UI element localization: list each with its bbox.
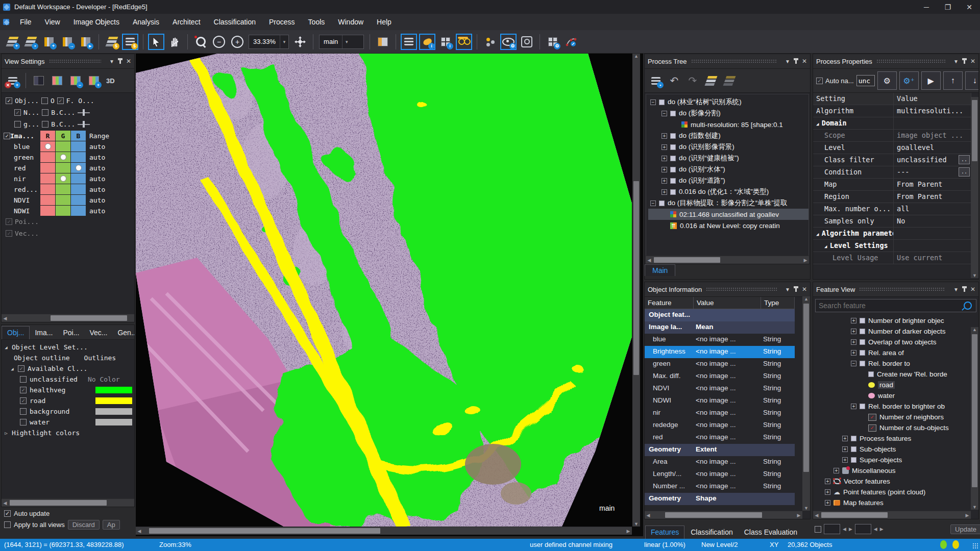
setting-name[interactable]: Samples only	[813, 215, 894, 228]
close-icon[interactable]: ✕	[126, 58, 131, 65]
layer-name[interactable]: green	[2, 152, 40, 162]
scrollbar-thumb[interactable]	[665, 512, 762, 518]
scroll-right-icon[interactable]: ▶	[625, 529, 632, 534]
expander-icon[interactable]: ◢	[816, 121, 822, 127]
setting-name[interactable]: Map	[813, 179, 894, 191]
tab-vec[interactable]: Vec...	[84, 327, 112, 339]
import-scene-icon[interactable]: →	[59, 34, 76, 50]
setting-value[interactable]: unclassified..	[894, 154, 971, 166]
tab-classification[interactable]: Classification	[685, 526, 738, 539]
menu-view[interactable]: View	[38, 18, 67, 26]
process-node[interactable]: +do (识别“道路”)	[648, 175, 808, 186]
scroll-left-icon[interactable]: ◀	[645, 513, 652, 518]
menu-file[interactable]: File	[13, 18, 38, 26]
scroll-left-icon[interactable]: ◀	[646, 258, 653, 263]
pin-icon[interactable]	[964, 59, 965, 64]
available-classes-checkbox[interactable]: ✓	[18, 365, 24, 372]
feature-node[interactable]: −Rel. border to	[813, 358, 978, 369]
scroll-left-icon[interactable]: ◀	[136, 529, 143, 534]
transparency-slider[interactable]	[78, 109, 90, 116]
show-classification-icon[interactable]: i	[419, 34, 435, 50]
range-toggle-checkbox[interactable]	[815, 526, 821, 533]
feature-type[interactable]: String	[761, 334, 795, 346]
channel-cell-g[interactable]	[56, 141, 70, 152]
edit-layer-mixing-icon[interactable]: +✕	[5, 72, 21, 89]
setting-value[interactable]: ---..	[894, 166, 971, 179]
channel-cell-b[interactable]	[71, 163, 86, 173]
expand-icon[interactable]: +	[851, 350, 856, 356]
auto-name-checkbox[interactable]: ✓	[816, 78, 823, 84]
select-cursor-icon[interactable]	[148, 34, 164, 50]
restore-icon[interactable]: ❐	[937, 1, 959, 14]
scrollbar-thumb[interactable]	[821, 512, 888, 518]
process-node[interactable]: −do (目标物提取：影像分割之“单株”提取	[648, 197, 808, 209]
drag-hatch[interactable]	[691, 59, 777, 63]
level-tree-row[interactable]: background	[4, 406, 134, 417]
redo-icon[interactable]: ↷	[684, 72, 701, 89]
undo-icon[interactable]: ↶	[666, 72, 682, 89]
scrollbar-thumb[interactable]	[972, 334, 977, 487]
expand-icon[interactable]: +	[825, 479, 830, 484]
column-header-value[interactable]: Value	[694, 297, 761, 309]
feature-name[interactable]: nir	[645, 407, 694, 419]
vertical-scrollbar[interactable]: ▼	[971, 97, 978, 278]
expand-icon[interactable]: +	[825, 489, 830, 495]
scroll-right-icon[interactable]: ▶	[964, 513, 971, 518]
scroll-down-icon[interactable]: ▼	[971, 273, 978, 278]
feature-type[interactable]: String	[761, 481, 795, 493]
horizontal-scrollbar[interactable]: ◀ ▶	[646, 256, 809, 264]
close-icon[interactable]: ✕	[970, 286, 975, 293]
pin-icon[interactable]	[795, 59, 797, 64]
tab-obj[interactable]: Obj...	[2, 326, 30, 339]
move-down-icon[interactable]: ↓	[965, 71, 979, 90]
view-selector-dropdown[interactable]: main▾	[319, 35, 364, 49]
setting-name[interactable]: ◢ Domain	[813, 117, 894, 130]
layer-visibility-checkbox[interactable]	[41, 97, 48, 104]
class-checkbox-water[interactable]	[20, 419, 27, 425]
feature-value[interactable]: <no image ...	[694, 334, 761, 346]
algorithm-settings-icon[interactable]: ⚙	[877, 71, 897, 90]
feature-name[interactable]: blue	[645, 334, 694, 346]
setting-name[interactable]: Class filter	[813, 154, 894, 166]
channel-cell-b[interactable]	[71, 195, 86, 205]
layer-visibility-checkbox[interactable]: ✓	[14, 109, 21, 116]
setting-value[interactable]: No	[894, 215, 971, 228]
channel-cell-g[interactable]	[56, 163, 70, 173]
channel-cell-r[interactable]	[40, 152, 55, 162]
tab-poi[interactable]: Poi...	[58, 327, 84, 339]
class-color-swatch[interactable]	[95, 419, 132, 425]
horizontal-scrollbar[interactable]: ◀ ▶	[645, 511, 802, 519]
feature-type[interactable]: String	[761, 407, 795, 419]
close-icon[interactable]: ✕	[970, 58, 975, 65]
level-tree-row[interactable]: ▷Hightlight colors	[4, 428, 134, 438]
horizontal-scrollbar[interactable]: ◀	[2, 314, 134, 322]
class-color-swatch[interactable]	[95, 387, 132, 393]
expand-icon[interactable]: +	[662, 156, 667, 161]
feature-node[interactable]: +Miscellaneous	[813, 465, 978, 476]
process-node[interactable]: multi-resolution: 85 [shape:0.1	[648, 119, 808, 130]
chevron-down-icon[interactable]: ▼	[785, 59, 790, 64]
channel-cell-g[interactable]	[56, 184, 70, 194]
process-node[interactable]: −do (影像分割)	[648, 108, 808, 119]
setting-name[interactable]: Scope	[813, 130, 894, 142]
feature-node[interactable]: +Number of darker objects	[813, 326, 978, 337]
chevron-down-icon[interactable]: ▾	[342, 35, 351, 48]
feature-type[interactable]: String	[761, 432, 795, 444]
scroll-left-icon[interactable]: ◀	[2, 316, 9, 321]
menu-image-objects[interactable]: Image Objects	[67, 18, 126, 26]
discard-button[interactable]: Discard	[68, 520, 100, 530]
column-header-setting[interactable]: Setting	[813, 93, 894, 105]
apply-all-views-checkbox[interactable]	[4, 521, 11, 528]
setting-name[interactable]: Level Usage	[813, 252, 894, 264]
setting-name[interactable]: ◢ Algorithm parameters	[813, 228, 894, 240]
value-box-low[interactable]	[824, 524, 840, 534]
scroll-right-icon[interactable]: ▶	[795, 513, 802, 518]
expand-icon[interactable]: +	[662, 144, 667, 150]
class-checkbox-background[interactable]	[20, 408, 27, 415]
view-settings-tree-row[interactable]: ✓Poi...	[2, 216, 134, 228]
range-mode[interactable]: auto	[86, 163, 112, 173]
channel-cell-b[interactable]	[71, 152, 86, 162]
layer-visibility-checkbox[interactable]	[42, 109, 48, 116]
range-mode[interactable]: auto	[86, 195, 112, 205]
feature-name[interactable]: green	[645, 358, 694, 370]
